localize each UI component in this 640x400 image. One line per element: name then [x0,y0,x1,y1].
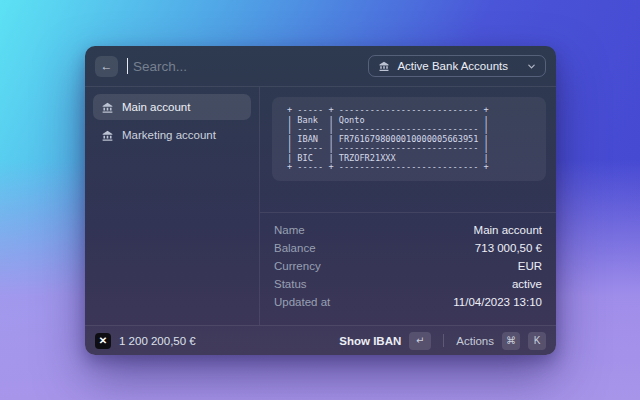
detail-panel: + ----- + --------------------------- + … [260,87,556,325]
k-key-icon[interactable]: K [528,332,546,350]
metadata-row-currency: Currency EUR [260,257,556,275]
back-button[interactable]: ← [95,56,118,77]
search-input[interactable]: Search... [133,59,359,74]
status-bar: ✕ 1 200 200,50 € Show IBAN ↵ Actions ⌘ K [85,325,556,355]
qonto-logo-icon: ✕ [95,333,111,349]
chevron-down-icon [527,62,536,71]
show-iban-button[interactable]: Show IBAN [339,335,401,347]
field-value: Main account [474,224,542,236]
total-balance: 1 200 200,50 € [119,335,196,347]
bank-icon [101,129,114,142]
field-value: 713 000,50 € [475,242,542,254]
back-arrow-icon: ← [101,59,113,73]
command-dropdown[interactable]: Active Bank Accounts [368,55,546,77]
field-value: active [512,278,542,290]
metadata-row-balance: Balance 713 000,50 € [260,239,556,257]
bank-icon [378,60,390,72]
list-item-main-account[interactable]: Main account [93,94,251,120]
metadata-list: Name Main account Balance 713 000,50 € C… [260,213,556,325]
field-value: 11/04/2023 13:10 [453,296,542,308]
text-caret [127,58,128,74]
iban-ascii-table: + ----- + --------------------------- + … [272,97,546,181]
metadata-row-name: Name Main account [260,221,556,239]
dropdown-label: Active Bank Accounts [397,60,508,72]
field-label: Status [274,278,307,290]
field-value: EUR [518,260,542,272]
cmd-key-icon[interactable]: ⌘ [502,332,520,350]
field-label: Currency [274,260,321,272]
field-label: Name [274,224,305,236]
spacer [260,181,556,212]
command-palette-window: ← Search... Active Bank Accounts [85,46,556,355]
metadata-row-status: Status active [260,275,556,293]
bank-icon [101,101,114,114]
x-glyph: ✕ [99,335,107,346]
field-label: Balance [274,242,316,254]
return-key-icon[interactable]: ↵ [409,332,431,350]
top-bar: ← Search... Active Bank Accounts [85,46,556,87]
account-label: Marketing account [122,129,216,141]
metadata-row-updated-at: Updated at 11/04/2023 13:10 [260,293,556,311]
main-content: Main account Marketing account + ----- +… [85,87,556,325]
list-item-marketing-account[interactable]: Marketing account [93,122,251,148]
footer-divider [443,334,444,347]
accounts-list: Main account Marketing account [85,87,259,325]
actions-button[interactable]: Actions [456,335,494,347]
account-label: Main account [122,101,190,113]
field-label: Updated at [274,296,330,308]
